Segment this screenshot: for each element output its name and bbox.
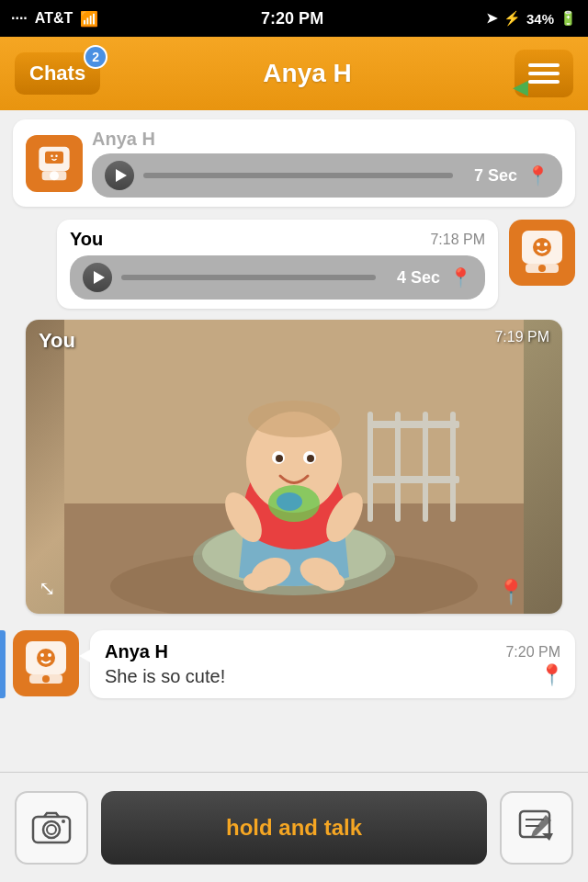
menu-line-3 [528, 80, 560, 84]
battery-percent: 34% [526, 11, 554, 27]
bubble-time-you: 7:18 PM [430, 232, 485, 248]
header: Chats 2 Anya H ◀ [0, 37, 588, 110]
image-container: You 7:19 PM ⤡ 📍 [26, 320, 562, 614]
svg-point-4 [49, 152, 60, 163]
avatar-you-audio [509, 220, 575, 286]
svg-rect-39 [368, 421, 459, 428]
play-button-you[interactable] [83, 263, 112, 292]
status-carrier: ···· AT&T 📶 [11, 10, 98, 28]
bluetooth-icon: ⚡ [503, 10, 521, 27]
location-icon: ➤ [486, 10, 498, 27]
chats-badge: 2 [84, 45, 107, 69]
header-title: Anya H [263, 59, 351, 88]
svg-point-32 [307, 455, 314, 462]
bubble-sender-you: You [70, 229, 103, 250]
image-pin-icon: 📍 [496, 578, 526, 606]
avatar-anya-text [13, 630, 79, 696]
pin-icon-you: 📍 [449, 266, 472, 288]
bottom-bar: hold and talk [0, 772, 588, 882]
message-partial-top: Anya H 7 Sec 📍 [13, 119, 575, 207]
text-content-anya: She is so cute! [105, 666, 560, 687]
avatar-anya-partial [26, 135, 83, 192]
audio-bar-you [121, 275, 376, 280]
text-time-anya: 7:20 PM [505, 644, 560, 661]
partial-duration: 7 Sec [462, 166, 517, 186]
svg-rect-3 [42, 171, 67, 180]
camera-icon [31, 808, 72, 848]
svg-point-52 [42, 675, 50, 683]
svg-point-48 [37, 649, 55, 667]
image-sender: You [39, 329, 75, 353]
menu-line-2 [528, 72, 560, 75]
text-sender-anya: Anya H [105, 641, 168, 662]
ptt-label: hold and talk [226, 815, 362, 841]
chats-button[interactable]: Chats 2 [15, 52, 100, 95]
audio-player-you: 4 Sec 📍 [70, 255, 485, 300]
message-text-anya: Anya H 7:20 PM She is so cute! 📍 [0, 623, 588, 706]
message-audio-you: You 7:18 PM 4 Sec 📍 [0, 214, 588, 314]
text-pin-icon: 📍 [539, 663, 564, 687]
svg-point-34 [277, 492, 302, 511]
speaker-icon: ◀ [513, 75, 528, 99]
partial-pin-icon: 📍 [526, 164, 549, 187]
svg-point-22 [317, 572, 345, 591]
expand-icon: ⤡ [39, 577, 55, 601]
message-image-you: You 7:19 PM ⤡ 📍 [13, 320, 575, 614]
blue-bar [0, 630, 6, 698]
battery-icon: 🔋 [560, 10, 577, 27]
partial-audio-bar [143, 173, 453, 178]
svg-rect-40 [368, 476, 459, 483]
svg-point-5 [51, 154, 53, 157]
duration-you: 4 Sec [385, 268, 440, 288]
wifi-icon: 📶 [80, 10, 98, 28]
menu-button[interactable]: ◀ [514, 50, 573, 97]
svg-point-21 [243, 572, 271, 591]
svg-point-8 [533, 238, 551, 256]
partial-audio-player: 7 Sec 📍 [92, 153, 562, 198]
status-bar: ···· AT&T 📶 7:20 PM ➤ ⚡ 34% 🔋 [0, 0, 588, 37]
bubble-audio-you: You 7:18 PM 4 Sec 📍 [57, 220, 498, 309]
svg-point-9 [537, 243, 540, 246]
menu-line-1 [528, 63, 560, 67]
partial-content: Anya H 7 Sec 📍 [92, 129, 562, 198]
svg-point-49 [40, 653, 44, 657]
svg-point-10 [544, 243, 548, 246]
svg-point-50 [48, 653, 51, 657]
svg-point-28 [248, 401, 340, 437]
camera-button[interactable] [15, 791, 88, 865]
image-placeholder [26, 320, 562, 614]
text-bubble-anya: Anya H 7:20 PM She is so cute! 📍 [90, 630, 575, 698]
status-time: 7:20 PM [261, 9, 323, 28]
svg-point-12 [538, 265, 546, 272]
svg-point-54 [43, 821, 60, 838]
compose-icon [516, 808, 557, 848]
svg-point-56 [62, 820, 65, 823]
signal-dots: ···· [11, 10, 28, 27]
chat-area: Anya H 7 Sec 📍 You 7: [0, 110, 588, 772]
partial-sender: Anya H [92, 129, 562, 150]
svg-point-31 [276, 455, 283, 462]
image-time: 7:19 PM [494, 329, 549, 345]
svg-point-6 [55, 154, 58, 157]
ptt-button[interactable]: hold and talk [101, 791, 487, 865]
status-right: ➤ ⚡ 34% 🔋 [486, 10, 577, 27]
svg-point-55 [47, 825, 56, 834]
partial-play-button[interactable] [105, 161, 134, 190]
compose-button[interactable] [500, 791, 573, 865]
